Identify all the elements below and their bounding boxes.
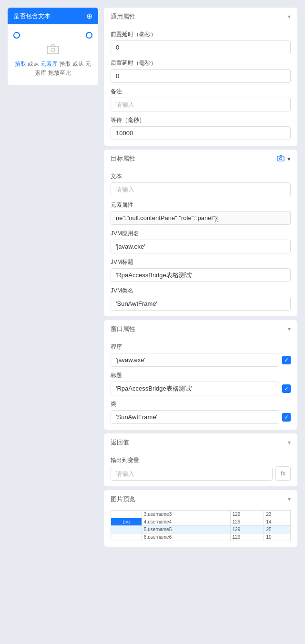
general-fields: 前置延时（毫秒） 后置延时（毫秒） 备注 等待（毫秒） — [104, 30, 297, 146]
return-section-header[interactable]: 返回值 ▾ — [104, 433, 297, 452]
preview-col2: 4.username4 — [142, 518, 230, 526]
output-input[interactable] — [111, 467, 273, 481]
card-header: 是否包含文本 ⊕ — [8, 8, 98, 24]
window-section: 窗口属性 ▾ 程序 标题 类 — [104, 320, 297, 430]
jvm-app-input[interactable] — [111, 240, 291, 253]
jvm-class-input[interactable] — [111, 297, 291, 311]
class-label: 类 — [111, 400, 291, 408]
svg-point-3 — [280, 157, 282, 160]
preview-col1 — [111, 526, 142, 533]
wait-label: 等待（毫秒） — [111, 116, 291, 124]
return-section: 返回值 ▾ 输出到变量 fx — [104, 433, 297, 486]
preview-col2: 3.username3 — [142, 511, 230, 518]
general-section-header[interactable]: 通用属性 ▾ — [104, 8, 297, 26]
window-section-label: 窗口属性 — [111, 325, 135, 333]
window-fields: 程序 标题 类 — [104, 343, 297, 430]
post-delay-label: 后置延时（毫秒） — [111, 59, 291, 67]
element-attr-input[interactable] — [111, 211, 291, 225]
wait-input[interactable] — [111, 126, 291, 140]
window-title-row — [111, 382, 291, 395]
preview-col2: 6.username6 — [142, 533, 230, 541]
preview-table: 3.username312923BAI4.username4129145.use… — [111, 510, 291, 541]
general-section-label: 通用属性 — [111, 12, 135, 21]
program-label: 程序 — [111, 343, 291, 351]
card-body: 拾取 或从 元素库 拾取 或从 元素库 拖放至此 — [8, 24, 98, 85]
preview-col1 — [111, 533, 142, 541]
preview-col3: 129 — [230, 526, 264, 533]
upload-text: 拾取 或从 元素库 拾取 或从 元素库 拖放至此 — [13, 60, 92, 78]
window-section-header[interactable]: 窗口属性 ▾ — [104, 320, 297, 338]
preview-col3: 129 — [230, 533, 264, 541]
table-row: BAI4.username412914 — [111, 518, 291, 526]
target-section-header: 目标属性 ▾ — [104, 150, 297, 168]
right-panel: 通用属性 ▾ 前置延时（毫秒） 后置延时（毫秒） 备注 等待（毫秒） 目标属性 — [104, 8, 297, 636]
preview-section-header[interactable]: 图片预览 ▾ — [104, 490, 297, 508]
fx-button[interactable]: fx — [275, 466, 291, 481]
window-title-checkbox[interactable] — [282, 384, 291, 393]
target-chevron-icon[interactable]: ▾ — [287, 155, 291, 162]
program-input[interactable] — [111, 353, 279, 367]
preview-col4: 23 — [264, 511, 291, 518]
class-checkbox[interactable] — [282, 413, 291, 422]
upload-or: 或从 — [28, 60, 41, 67]
output-label: 输出到变量 — [111, 456, 291, 464]
add-icon[interactable]: ⊕ — [86, 11, 92, 20]
program-checkbox[interactable] — [282, 356, 291, 364]
return-section-label: 返回值 — [111, 438, 129, 447]
library-link[interactable]: 元素库 — [41, 60, 58, 67]
text-input[interactable] — [111, 182, 291, 196]
table-row: 6.username612910 — [111, 533, 291, 541]
class-row — [111, 410, 291, 424]
jvm-class-label: JVM类名 — [111, 287, 291, 295]
target-fields: 文本 元素属性 JVM应用名 JVM标题 JVM类名 — [104, 172, 297, 316]
remark-label: 备注 — [111, 88, 291, 96]
program-row — [111, 353, 291, 367]
preview-col2: 5.username5 — [142, 526, 230, 533]
post-delay-input[interactable] — [111, 69, 291, 83]
preview-col4: 25 — [264, 526, 291, 533]
table-row: 3.username312923 — [111, 511, 291, 518]
preview-col1: BAI — [111, 518, 142, 526]
jvm-title-input[interactable] — [111, 268, 291, 282]
jvm-app-label: JVM应用名 — [111, 230, 291, 238]
output-row: fx — [111, 466, 291, 481]
preview-col3: 129 — [230, 511, 264, 518]
preview-col4: 10 — [264, 533, 291, 541]
svg-rect-2 — [277, 156, 284, 161]
pick-link[interactable]: 拾取 — [15, 60, 26, 67]
target-section-label: 目标属性 — [111, 154, 135, 163]
window-chevron-icon: ▾ — [288, 326, 291, 332]
connector-right — [86, 32, 92, 39]
card-title: 是否包含文本 — [13, 12, 51, 20]
preview-chevron-icon: ▾ — [288, 496, 291, 503]
connectors-row — [13, 32, 92, 39]
preview-col4: 14 — [264, 518, 291, 526]
preview-section: 图片预览 ▾ 3.username312923BAI4.username4129… — [104, 490, 297, 547]
jvm-title-label: JVM标题 — [111, 258, 291, 266]
fx-label: fx — [281, 470, 285, 477]
svg-rect-0 — [47, 46, 59, 54]
window-title-label: 标题 — [111, 372, 291, 380]
svg-point-1 — [51, 48, 55, 52]
pre-delay-label: 前置延时（毫秒） — [111, 30, 291, 39]
preview-section-label: 图片预览 — [111, 495, 135, 503]
preview-col1 — [111, 511, 142, 518]
general-section: 通用属性 ▾ 前置延时（毫秒） 后置延时（毫秒） 备注 等待（毫秒） — [104, 8, 297, 146]
window-title-input[interactable] — [111, 382, 279, 395]
return-chevron-icon: ▾ — [288, 439, 291, 446]
target-section-icons: ▾ — [277, 155, 291, 163]
return-fields: 输出到变量 fx — [104, 456, 297, 486]
preview-content: 3.username312923BAI4.username4129145.use… — [104, 508, 297, 547]
connector-left — [13, 32, 20, 39]
remark-input[interactable] — [111, 98, 291, 111]
target-camera-icon[interactable] — [277, 155, 285, 163]
target-section: 目标属性 ▾ 文本 元素属性 JVM应用名 JVM标题 — [104, 150, 297, 316]
general-chevron-icon: ▾ — [288, 13, 291, 20]
camera-icon — [45, 42, 61, 56]
left-panel: 是否包含文本 ⊕ 拾取 或从 元素库 拾取 或从 元素库 拖放至此 — [8, 8, 98, 636]
table-row: 5.username512925 — [111, 526, 291, 533]
class-input[interactable] — [111, 410, 279, 424]
element-attr-label: 元素属性 — [111, 201, 291, 209]
preview-col3: 129 — [230, 518, 264, 526]
pre-delay-input[interactable] — [111, 40, 291, 54]
